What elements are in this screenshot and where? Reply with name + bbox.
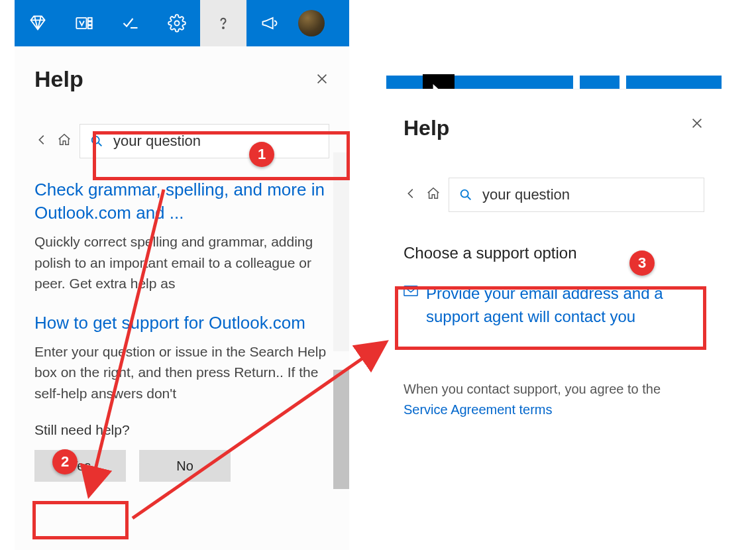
search-result: Check grammar, spelling, and more in Out… bbox=[34, 178, 329, 294]
svg-point-4 bbox=[175, 21, 180, 26]
back-icon[interactable] bbox=[404, 186, 418, 203]
email-support-option[interactable]: Provide your email address and a support… bbox=[404, 282, 704, 329]
outlook-toolbar bbox=[15, 0, 349, 46]
yes-button[interactable]: Yes bbox=[34, 450, 126, 482]
callout-number: 1 bbox=[249, 142, 274, 167]
search-icon bbox=[459, 188, 473, 202]
help-panel-left: Help Check grammar, spelling, and more i… bbox=[15, 46, 349, 550]
panel-title: Help bbox=[404, 116, 704, 140]
svg-rect-2 bbox=[88, 22, 92, 25]
help-search[interactable] bbox=[449, 178, 704, 212]
support-options-heading: Choose a support option bbox=[404, 244, 704, 262]
svg-point-7 bbox=[461, 190, 468, 197]
result-snippet: Enter your question or issue in the Sear… bbox=[34, 341, 329, 404]
scrollbar-thumb[interactable] bbox=[333, 370, 349, 489]
callout-number: 2 bbox=[52, 449, 78, 474]
tab-segment[interactable] bbox=[580, 76, 620, 89]
result-link[interactable]: Check grammar, spelling, and more in Out… bbox=[34, 180, 325, 223]
close-icon[interactable] bbox=[315, 72, 329, 89]
back-icon[interactable] bbox=[34, 133, 49, 150]
settings-icon[interactable] bbox=[154, 0, 200, 46]
svg-point-6 bbox=[92, 137, 99, 144]
svg-rect-8 bbox=[404, 286, 417, 296]
home-icon[interactable] bbox=[57, 133, 72, 150]
help-panel-right: Help Choose a support option Provide you… bbox=[386, 89, 722, 493]
tab-segment[interactable] bbox=[386, 76, 573, 89]
scrollbar-track[interactable] bbox=[333, 152, 349, 351]
result-snippet: Quickly correct spelling and grammar, ad… bbox=[34, 231, 329, 294]
svg-point-5 bbox=[223, 27, 224, 28]
home-icon[interactable] bbox=[426, 186, 441, 203]
tab-segment[interactable] bbox=[626, 76, 722, 89]
callout-number: 3 bbox=[629, 250, 655, 276]
agreement-text: When you contact support, you agree to t… bbox=[404, 379, 704, 420]
help-icon[interactable] bbox=[200, 0, 246, 46]
search-result: How to get support for Outlook.com Enter… bbox=[34, 311, 329, 404]
help-nav bbox=[34, 124, 329, 158]
close-icon[interactable] bbox=[690, 116, 704, 133]
onenote-icon[interactable] bbox=[61, 0, 107, 46]
help-search-input[interactable] bbox=[113, 133, 319, 150]
search-results: Check grammar, spelling, and more in Out… bbox=[34, 178, 329, 404]
still-need-help-label: Still need help? bbox=[34, 422, 329, 438]
panel-title: Help bbox=[34, 66, 329, 92]
diamond-icon[interactable] bbox=[15, 0, 61, 46]
agreement-prefix: When you contact support, you agree to t… bbox=[404, 382, 661, 396]
service-agreement-link[interactable]: Service Agreement terms bbox=[404, 402, 553, 417]
tab-gap bbox=[573, 76, 580, 89]
still-help-buttons: Yes No bbox=[34, 450, 329, 482]
megaphone-icon[interactable] bbox=[246, 0, 293, 46]
search-icon bbox=[89, 134, 104, 148]
svg-rect-1 bbox=[88, 18, 92, 21]
email-support-link[interactable]: Provide your email address and a support… bbox=[426, 282, 704, 329]
user-avatar[interactable] bbox=[298, 10, 325, 36]
tab-gap bbox=[620, 76, 626, 89]
no-button[interactable]: No bbox=[139, 450, 231, 482]
svg-rect-3 bbox=[88, 26, 92, 29]
tab-dark bbox=[423, 74, 455, 89]
svg-rect-0 bbox=[76, 18, 86, 28]
mail-icon bbox=[404, 285, 418, 300]
help-nav bbox=[404, 178, 704, 212]
result-link[interactable]: How to get support for Outlook.com bbox=[34, 313, 305, 333]
help-search[interactable] bbox=[80, 124, 329, 158]
todo-icon[interactable] bbox=[107, 0, 154, 46]
help-search-input[interactable] bbox=[482, 186, 694, 203]
